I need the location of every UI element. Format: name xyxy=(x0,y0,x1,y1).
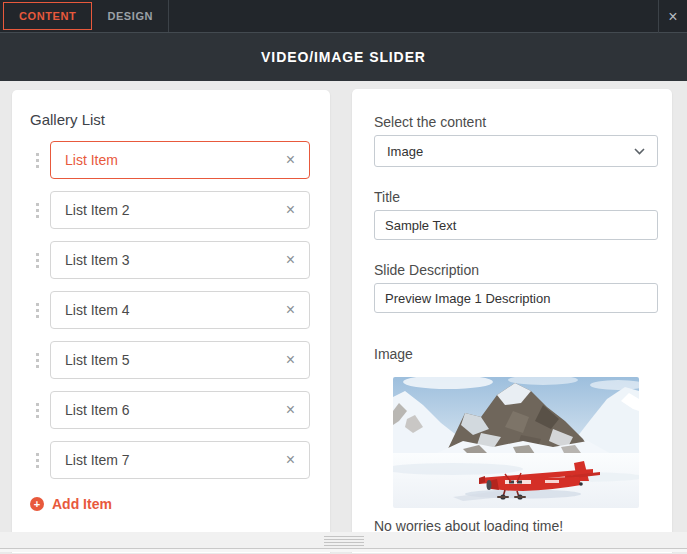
list-item[interactable]: List Item × xyxy=(50,141,310,179)
page-title: VIDEO/IMAGE SLIDER xyxy=(261,49,426,65)
remove-item-icon[interactable]: × xyxy=(283,450,298,470)
content-type-value: Image xyxy=(387,144,634,159)
list-item[interactable]: List Item 3 × xyxy=(50,241,310,279)
resize-grip-handle[interactable] xyxy=(324,536,364,547)
drag-handle-icon[interactable] xyxy=(24,253,50,268)
drag-handle-icon[interactable] xyxy=(24,453,50,468)
bottom-bar-lower xyxy=(0,549,687,552)
list-item-label: List Item 5 xyxy=(65,352,283,368)
list-item-label: List Item 7 xyxy=(65,452,283,468)
list-item-label: List Item 2 xyxy=(65,202,283,218)
remove-item-icon[interactable]: × xyxy=(283,250,298,270)
close-icon[interactable]: × xyxy=(658,0,687,33)
list-item-label: List Item 6 xyxy=(65,402,283,418)
dialog-tab-bar: CONTENT DESIGN × xyxy=(0,0,687,33)
gallery-list-row: List Item 3 × xyxy=(24,241,310,279)
remove-item-icon[interactable]: × xyxy=(283,200,298,220)
tab-design[interactable]: DESIGN xyxy=(92,0,169,32)
list-item-label: List Item 4 xyxy=(65,302,283,318)
drag-handle-icon[interactable] xyxy=(24,203,50,218)
drag-handle-icon[interactable] xyxy=(24,153,50,168)
title-label: Title xyxy=(374,189,658,205)
description-label: Slide Description xyxy=(374,262,658,278)
chevron-down-icon xyxy=(634,148,645,155)
gallery-list-row: List Item 7 × xyxy=(24,441,310,479)
dialog-header: VIDEO/IMAGE SLIDER xyxy=(0,33,687,81)
list-item-label: List Item xyxy=(65,152,283,168)
bottom-bar xyxy=(0,532,687,553)
drag-handle-icon[interactable] xyxy=(24,403,50,418)
gallery-list-row: List Item 5 × xyxy=(24,341,310,379)
gallery-list-panel: Gallery List List Item × List Item 2 × L… xyxy=(12,90,330,553)
remove-item-icon[interactable]: × xyxy=(283,350,298,370)
add-item-button[interactable]: + Add Item xyxy=(30,495,310,513)
dialog-body: Gallery List List Item × List Item 2 × L… xyxy=(0,81,687,553)
remove-item-icon[interactable]: × xyxy=(283,300,298,320)
remove-item-icon[interactable]: × xyxy=(283,400,298,420)
title-input[interactable] xyxy=(374,210,658,240)
remove-item-icon[interactable]: × xyxy=(283,150,298,170)
list-item[interactable]: List Item 4 × xyxy=(50,291,310,329)
gallery-list-heading: Gallery List xyxy=(30,111,310,128)
slide-preview-image[interactable] xyxy=(393,377,639,508)
add-item-label: Add Item xyxy=(52,496,112,512)
image-section-label: Image xyxy=(374,346,658,362)
gallery-list-row: List Item 6 × xyxy=(24,391,310,429)
tab-content[interactable]: CONTENT xyxy=(3,2,92,30)
plus-icon: + xyxy=(30,497,44,511)
gallery-list-row: List Item 2 × xyxy=(24,191,310,229)
drag-handle-icon[interactable] xyxy=(24,303,50,318)
description-input[interactable] xyxy=(374,283,658,313)
gallery-list: List Item × List Item 2 × List Item 3 × … xyxy=(24,141,310,479)
list-item-label: List Item 3 xyxy=(65,252,283,268)
list-item[interactable]: List Item 6 × xyxy=(50,391,310,429)
content-type-select[interactable]: Image xyxy=(374,135,658,167)
gallery-list-row: List Item × xyxy=(24,141,310,179)
gallery-list-row: List Item 4 × xyxy=(24,291,310,329)
drag-handle-icon[interactable] xyxy=(24,353,50,368)
list-item[interactable]: List Item 2 × xyxy=(50,191,310,229)
list-item[interactable]: List Item 7 × xyxy=(50,441,310,479)
list-item[interactable]: List Item 5 × xyxy=(50,341,310,379)
slide-editor-panel: Select the content Image Title Slide Des… xyxy=(352,89,672,553)
content-type-label: Select the content xyxy=(374,114,658,130)
